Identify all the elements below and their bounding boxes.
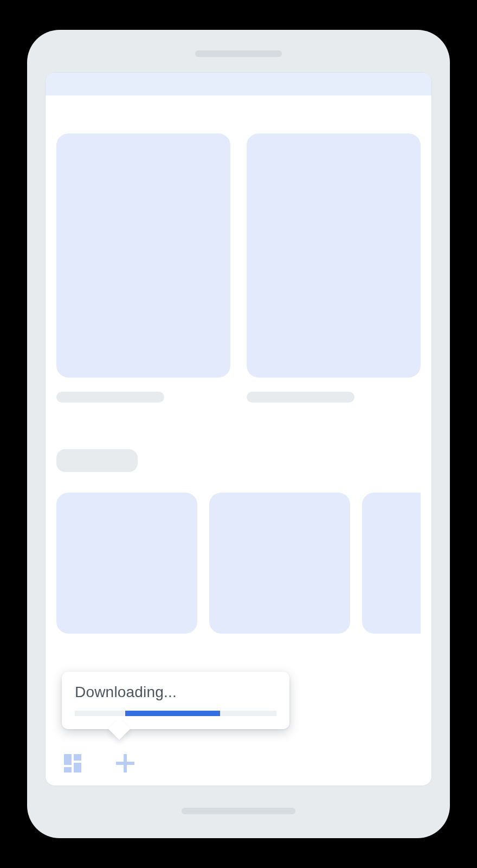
speaker-slot <box>195 50 282 57</box>
progress-bar <box>75 711 276 716</box>
screen: Downloading... <box>45 72 432 786</box>
hero-card[interactable] <box>56 133 230 378</box>
hero-card[interactable] <box>247 133 421 378</box>
secondary-card[interactable] <box>56 493 197 634</box>
device-frame: Downloading... <box>27 30 450 838</box>
status-bar <box>46 73 431 95</box>
hero-caption-row <box>56 392 421 403</box>
dashboard-icon[interactable] <box>64 754 82 773</box>
secondary-cards-row[interactable] <box>56 493 421 634</box>
tooltip-pointer <box>108 718 130 740</box>
progress-fill <box>125 711 220 716</box>
add-icon[interactable] <box>116 754 134 773</box>
secondary-card[interactable] <box>362 493 421 634</box>
hero-cards-row <box>56 133 421 378</box>
hero-caption <box>56 392 230 403</box>
home-indicator <box>182 808 295 814</box>
bottom-nav <box>46 741 431 786</box>
content-area: Downloading... <box>46 95 431 786</box>
section-label-placeholder <box>56 449 138 472</box>
secondary-card[interactable] <box>209 493 350 634</box>
download-tooltip-title: Downloading... <box>75 684 276 701</box>
download-tooltip: Downloading... <box>62 672 289 729</box>
hero-caption <box>247 392 421 403</box>
